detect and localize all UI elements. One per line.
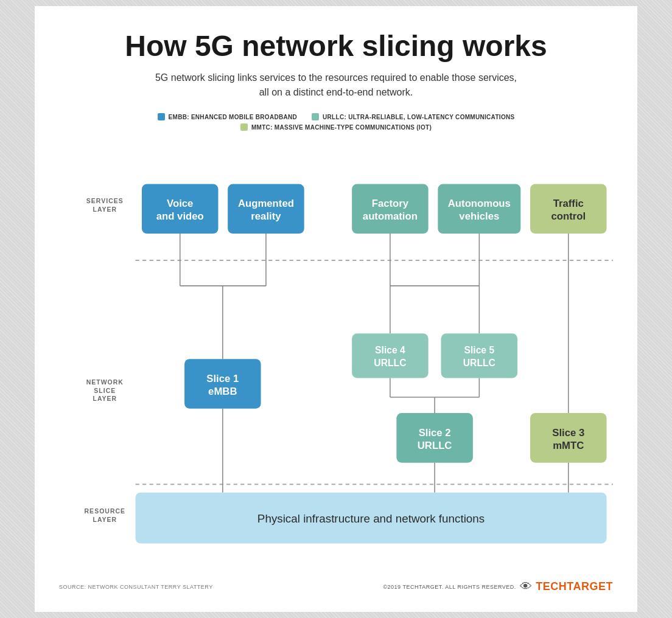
voice-video-label2: and video (156, 211, 204, 223)
factory-label2: automation (363, 211, 418, 223)
legend-mmtc: mMTC: Massive Machine-Type Communication… (240, 123, 432, 131)
source-credit: SOURCE: NETWORK CONSULTANT TERRY SLATTER… (59, 584, 213, 590)
voice-video-label1: Voice (167, 198, 193, 210)
services-layer-label2: LAYER (93, 206, 117, 213)
legend-urllc: URLLC: Ultra-Reliable, Low-Latency Commu… (312, 113, 514, 120)
diagram-svg: SERVICES LAYER NETWORK SLICE LAYER RESOU… (59, 149, 613, 563)
footer: SOURCE: NETWORK CONSULTANT TERRY SLATTER… (59, 574, 613, 594)
network-layer-label1: NETWORK (86, 379, 124, 386)
diagram-container: SERVICES LAYER NETWORK SLICE LAYER RESOU… (59, 149, 613, 563)
slice5-box (441, 334, 518, 378)
slice4-label2: URLLC (374, 358, 406, 368)
slice5-label1: Slice 5 (464, 345, 495, 355)
page-subtitle: 5G network slicing links services to the… (59, 71, 613, 100)
slice4-label1: Slice 4 (375, 345, 405, 355)
resource-layer-label2: LAYER (93, 516, 117, 523)
mmtc-swatch (240, 123, 248, 131)
legend-embb: eMBB: Enhanced Mobile Broadband (158, 113, 298, 120)
slice2-label1: Slice 2 (419, 427, 451, 439)
slice1-label1: Slice 1 (206, 373, 239, 384)
traffic-label1: Traffic (553, 198, 584, 210)
legend: eMBB: Enhanced Mobile Broadband URLLC: U… (59, 113, 613, 131)
techtarget-logo: TechTarget (536, 580, 613, 593)
slice4-box (352, 334, 429, 378)
urllc-swatch (312, 113, 319, 120)
network-layer-label3: LAYER (93, 396, 117, 403)
ar-label2: reality (251, 211, 281, 223)
services-layer-label: SERVICES (86, 198, 124, 204)
factory-label1: Factory (372, 198, 409, 210)
network-layer-label2: SLICE (94, 387, 116, 394)
slice3-label1: Slice 3 (552, 427, 584, 439)
slice2-label2: URLLC (418, 440, 452, 451)
resource-layer-label1: RESOURCE (85, 509, 126, 515)
traffic-label2: control (551, 211, 586, 223)
slice1-label2: eMBB (208, 386, 237, 397)
embb-swatch (158, 113, 165, 120)
autonomous-label1: Autonomous (448, 198, 511, 210)
resource-label: Physical infrastructure and network func… (257, 512, 485, 525)
eye-icon: 👁 (520, 580, 533, 594)
main-card: How 5G network slicing works 5G network … (35, 6, 637, 613)
ar-label1: Augmented (238, 198, 294, 210)
copyright-text: ©2019 TechTarget. All rights reserved. (383, 584, 516, 590)
autonomous-label2: vehicles (459, 211, 499, 223)
slice5-label2: URLLC (463, 358, 495, 368)
slice3-label2: mMTC (553, 440, 584, 451)
page-title: How 5G network slicing works (59, 30, 613, 63)
footer-logo: ©2019 TechTarget. All rights reserved. 👁… (383, 580, 613, 594)
